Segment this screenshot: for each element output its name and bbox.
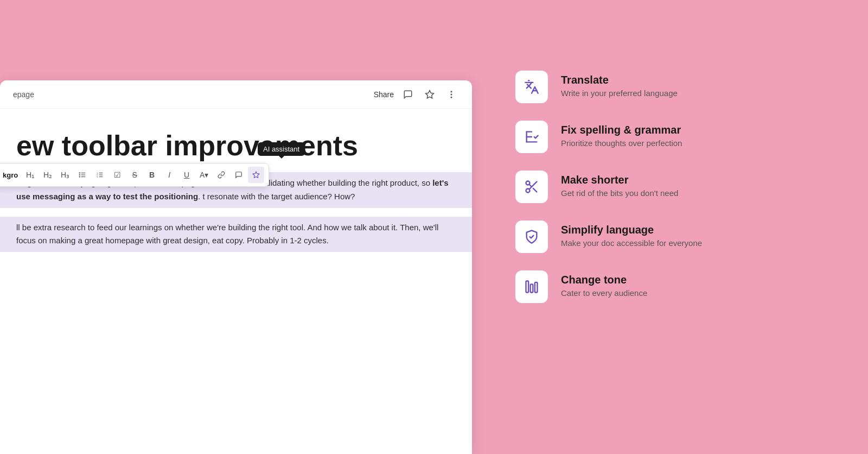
feature-make-shorter[interactable]: Make shorter Get rid of the bits you don… [515, 171, 835, 203]
more-icon[interactable] [444, 87, 459, 102]
translate-text: Translate Write in your preferred langua… [561, 71, 678, 98]
simplify-icon [515, 220, 548, 253]
feature-simplify[interactable]: Simplify language Make your doc accessib… [515, 220, 835, 253]
underline-button[interactable]: U [178, 167, 195, 183]
svg-rect-22 [531, 284, 533, 292]
svg-line-20 [529, 184, 532, 187]
change-tone-title: Change tone [561, 274, 647, 286]
tone-icon [515, 270, 548, 303]
feature-translate[interactable]: Translate Write in your preferred langua… [515, 71, 835, 103]
svg-point-2 [451, 94, 452, 95]
svg-point-7 [79, 173, 80, 173]
make-shorter-text: Make shorter Get rid of the bits you don… [561, 171, 678, 198]
ai-assistant-toolbar-button[interactable] [248, 167, 264, 183]
ai-panel: Translate Write in your preferred langua… [472, 0, 868, 454]
fix-spelling-desc: Prioritize thoughts over perfection [561, 138, 682, 148]
feature-change-tone[interactable]: Change tone Cater to every audience [515, 270, 835, 303]
fix-spelling-text: Fix spelling & grammar Prioritize though… [561, 121, 682, 148]
make-shorter-desc: Get rid of the bits you don't need [561, 188, 678, 198]
svg-rect-21 [526, 281, 529, 293]
editor-panel: epage Share [0, 0, 472, 454]
svg-point-8 [79, 174, 80, 175]
svg-point-9 [79, 176, 80, 177]
paragraph-2-text: ll be extra research to feed our learnin… [16, 221, 456, 248]
bullet-list-button[interactable] [74, 167, 91, 183]
comment-toolbar-button[interactable] [231, 167, 247, 183]
bold-button[interactable]: B [144, 167, 160, 183]
translate-desc: Write in your preferred language [561, 89, 678, 98]
simplify-text: Simplify language Make your doc accessib… [561, 220, 702, 248]
link-button[interactable] [213, 167, 229, 183]
svg-marker-0 [426, 90, 434, 98]
comment-icon[interactable] [400, 87, 416, 102]
h1-button[interactable]: H₁ [22, 167, 39, 183]
editor-actions: Share [374, 87, 459, 102]
change-tone-desc: Cater to every audience [561, 288, 647, 298]
simplify-desc: Make your doc accessible for everyone [561, 238, 702, 248]
editor-window: epage Share [0, 80, 472, 454]
h2-button[interactable]: H₂ [40, 167, 56, 183]
translate-icon [515, 71, 548, 103]
spell-icon [515, 121, 548, 153]
toolbar-label: kgro [0, 171, 21, 179]
simplify-title: Simplify language [561, 224, 702, 236]
change-tone-text: Change tone Cater to every audience [561, 270, 647, 298]
fix-spelling-title: Fix spelling & grammar [561, 124, 682, 136]
breadcrumb: epage [13, 90, 34, 99]
translate-title: Translate [561, 74, 678, 86]
floating-toolbar: kgro H₁ H₂ H₃ 1.2.3. ☑ S B I U A▾ [0, 163, 269, 187]
svg-line-19 [533, 188, 537, 192]
star-icon[interactable] [422, 87, 437, 102]
doc-title: ew toolbar improvements [0, 130, 472, 161]
scissors-icon [515, 171, 548, 203]
svg-point-3 [451, 97, 452, 98]
checkbox-button[interactable]: ☑ [109, 167, 125, 183]
editor-content: ew toolbar improvements kgro H₁ H₂ H₃ 1.… [0, 109, 472, 282]
editor-header: epage Share [0, 80, 472, 109]
h3-button[interactable]: H₃ [57, 167, 73, 183]
paragraph-2: ll be extra research to feed our learnin… [0, 217, 472, 253]
italic-button[interactable]: I [161, 167, 177, 183]
strikethrough-button[interactable]: S [126, 167, 143, 183]
feature-fix-spelling[interactable]: Fix spelling & grammar Prioritize though… [515, 121, 835, 153]
make-shorter-title: Make shorter [561, 174, 678, 186]
svg-text:3.: 3. [97, 176, 98, 178]
ai-tooltip: AI assistant [258, 142, 305, 156]
share-button[interactable]: Share [374, 90, 394, 99]
svg-rect-23 [535, 282, 538, 293]
text-color-button[interactable]: A▾ [196, 167, 212, 183]
ordered-list-button[interactable]: 1.2.3. [92, 167, 108, 183]
svg-point-1 [451, 91, 452, 92]
